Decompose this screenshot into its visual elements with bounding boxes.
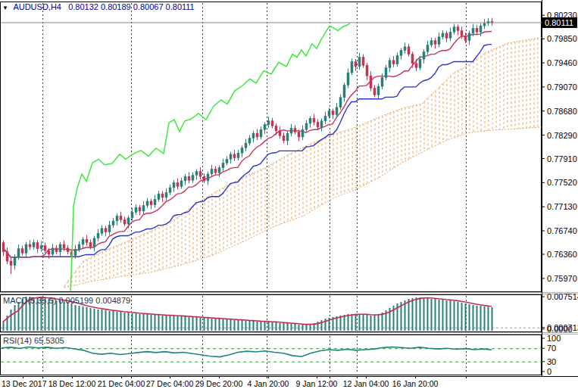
candle-body bbox=[389, 61, 391, 68]
price-axis-label: 0.78680 bbox=[547, 107, 577, 116]
candle-body bbox=[336, 107, 338, 115]
candle-body bbox=[52, 248, 54, 254]
candle-body bbox=[67, 248, 69, 252]
candle-body bbox=[480, 26, 482, 32]
price-axis-label: 0.76360 bbox=[547, 250, 577, 259]
candle-body bbox=[233, 154, 236, 158]
candle-body bbox=[40, 246, 42, 249]
candle-body bbox=[123, 219, 126, 224]
macd-indicator-label: MACD(5,35,5) 0.005199 0.004879 bbox=[3, 296, 130, 305]
candle-body bbox=[59, 244, 61, 252]
candle-body bbox=[445, 33, 448, 39]
time-axis-label: 9 Jan 12:00 bbox=[296, 379, 338, 388]
candle-body bbox=[362, 58, 364, 66]
candle-body bbox=[237, 153, 239, 158]
price-axis-label: 0.77520 bbox=[547, 178, 577, 187]
rsi-axis-label: 0 bbox=[547, 367, 551, 376]
candle-body bbox=[438, 37, 440, 45]
chart-canvas[interactable]: 0.801110.802300.798500.794600.790700.786… bbox=[0, 0, 578, 392]
candle-body bbox=[158, 194, 160, 199]
mt4-chart-window: ▼ AUDUSD,H4 0.80132 0.80189 0.80067 0.80… bbox=[0, 0, 578, 392]
candle-body bbox=[298, 132, 300, 137]
candle-body bbox=[218, 168, 220, 173]
candle-body bbox=[392, 61, 395, 64]
rsi-axis-label: 70 bbox=[547, 344, 556, 353]
price-axis-label: 0.77910 bbox=[547, 154, 577, 163]
time-axis-label: 18 Dec 12:00 bbox=[48, 379, 96, 388]
candle-body bbox=[415, 64, 417, 68]
candle-body bbox=[169, 188, 171, 193]
candle-body bbox=[10, 261, 12, 266]
candle-body bbox=[21, 249, 23, 254]
candle-body bbox=[309, 119, 311, 124]
candle-body bbox=[97, 233, 99, 238]
candle-body bbox=[267, 121, 270, 125]
candle-body bbox=[184, 176, 186, 181]
candle-body bbox=[305, 123, 308, 129]
price-axis-label: 0.80230 bbox=[547, 11, 577, 20]
candle-body bbox=[385, 68, 387, 78]
chart-background bbox=[0, 0, 578, 392]
candle-body bbox=[17, 249, 20, 257]
candle-body bbox=[313, 119, 315, 123]
time-axis-label: 13 Dec 2017 bbox=[2, 379, 47, 388]
time-axis-label: 29 Dec 20:00 bbox=[195, 379, 243, 388]
candle-body bbox=[226, 159, 228, 163]
candle-body bbox=[317, 122, 319, 127]
candle-body bbox=[320, 121, 323, 127]
candle-body bbox=[222, 163, 224, 168]
candle-body bbox=[332, 111, 334, 115]
candle-body bbox=[381, 78, 383, 86]
price-axis-label: 0.79460 bbox=[547, 58, 577, 67]
candle-body bbox=[82, 239, 84, 244]
candle-body bbox=[207, 174, 209, 181]
candle-body bbox=[324, 116, 326, 121]
candle-body bbox=[339, 98, 342, 107]
candle-body bbox=[260, 129, 262, 137]
candle-body bbox=[271, 121, 273, 126]
candle-body bbox=[248, 138, 251, 144]
candle-body bbox=[127, 218, 130, 224]
candle-body bbox=[48, 250, 50, 254]
candle-body bbox=[275, 126, 277, 131]
time-axis-label: 21 Dec 04:00 bbox=[98, 379, 145, 388]
price-axis-label: 0.76740 bbox=[547, 226, 577, 235]
candle-body bbox=[86, 239, 88, 242]
candle-body bbox=[404, 47, 406, 51]
collapse-indicator-icon[interactable]: ▼ bbox=[2, 5, 8, 11]
candle-body bbox=[294, 129, 296, 132]
candle-body bbox=[108, 226, 111, 232]
candle-body bbox=[29, 244, 31, 247]
candle-body bbox=[188, 176, 190, 180]
candle-body bbox=[370, 76, 372, 88]
candle-body bbox=[442, 33, 444, 37]
candle-body bbox=[63, 244, 65, 248]
candle-body bbox=[396, 55, 398, 64]
candle-body bbox=[139, 207, 141, 211]
price-axis-label: 0.78290 bbox=[547, 131, 577, 140]
price-axis-label: 0.79850 bbox=[547, 34, 577, 43]
candle-body bbox=[453, 27, 455, 33]
candle-body bbox=[116, 216, 118, 221]
candle-body bbox=[154, 199, 156, 204]
candle-body bbox=[301, 129, 304, 137]
symbol-period-label: AUDUSD,H4 bbox=[13, 2, 61, 11]
price-axis-label: 0.79070 bbox=[547, 82, 577, 92]
candle-body bbox=[105, 229, 107, 232]
candle-body bbox=[55, 248, 58, 252]
candle-body bbox=[146, 201, 148, 206]
candle-body bbox=[135, 207, 137, 213]
candle-body bbox=[195, 172, 198, 176]
ohlc-values: 0.80132 0.80189 0.80067 0.80111 bbox=[68, 2, 195, 11]
time-axis-label: 27 Dec 04:00 bbox=[146, 379, 194, 388]
candle-body bbox=[192, 176, 194, 181]
candle-body bbox=[347, 73, 349, 85]
macd-axis-label: 0.000713 bbox=[547, 323, 578, 332]
rsi-indicator-label: RSI(14) 65.5305 bbox=[3, 336, 64, 345]
candle-body bbox=[211, 169, 213, 174]
chart-ohlc-readout: ▼ AUDUSD,H4 0.80132 0.80189 0.80067 0.80… bbox=[2, 2, 195, 11]
candle-body bbox=[351, 61, 353, 73]
candle-body bbox=[89, 243, 92, 247]
time-axis-label: 4 Jan 20:00 bbox=[248, 379, 289, 388]
candle-body bbox=[241, 148, 243, 154]
